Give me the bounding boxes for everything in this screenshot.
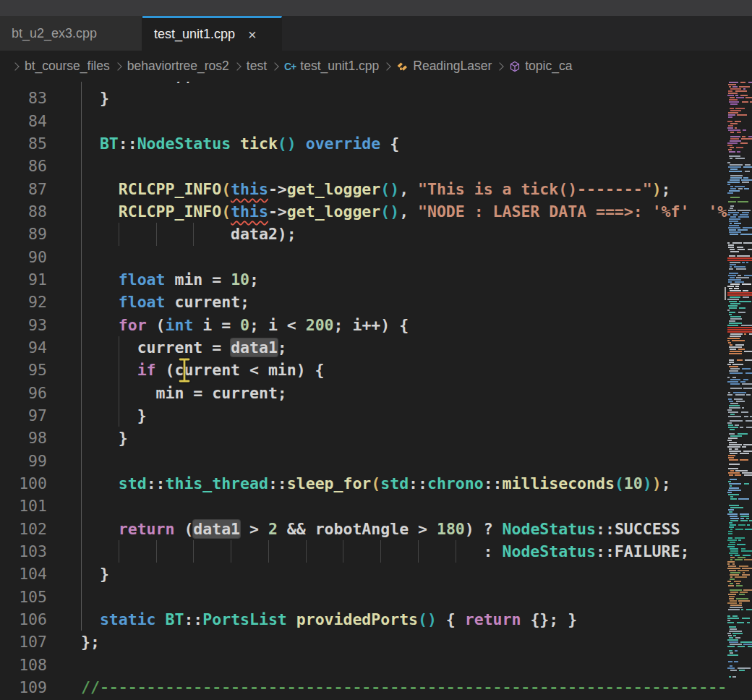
title-bar	[0, 0, 752, 16]
breadcrumb-item-test-unit1-cpp[interactable]: C+test_unit1.cpp	[284, 59, 379, 74]
chevron-right-icon	[114, 62, 121, 70]
line-number[interactable]: 92	[0, 291, 47, 313]
line-number[interactable]: 94	[0, 336, 47, 359]
code-line-105[interactable]: 105	[0, 586, 752, 608]
chevron-right-icon	[270, 62, 278, 70]
indent-guide	[81, 246, 82, 268]
code-line-87[interactable]: 87 RCLCPP_INFO(this->get_logger(), "This…	[0, 178, 752, 200]
code-line-90[interactable]: 90	[0, 246, 752, 268]
namespace-cube-icon	[509, 61, 521, 72]
code-line-98[interactable]: 98 }	[0, 427, 752, 449]
code-line-101[interactable]: 101	[0, 495, 752, 517]
code-line-104[interactable]: 104 }	[0, 563, 752, 585]
code-line-109[interactable]: 109//-----------------------------------…	[0, 676, 752, 699]
code-line-103[interactable]: 103 : NodeStatus::FAILURE;	[0, 540, 752, 563]
code-line-91[interactable]: 91 float min = 10;	[0, 268, 752, 291]
chevron-right-icon	[496, 62, 504, 70]
tab-bt_u2_ex3[interactable]: bt_u2_ex3.cpp	[0, 16, 142, 51]
code-area[interactable]: 82 "%f");83 }8485 BT::NodeStatus tick() …	[0, 64, 752, 699]
line-number[interactable]: 85	[0, 132, 47, 155]
code-line-99[interactable]: 99	[0, 450, 752, 472]
breadcrumb-item-behaviortree-ros2[interactable]: behaviortree_ros2	[127, 59, 229, 74]
code-line-93[interactable]: 93 for (int i = 0; i < 200; i++) {	[0, 314, 752, 336]
code-line-92[interactable]: 92 float current;	[0, 291, 752, 313]
code-line-108[interactable]: 108	[0, 654, 752, 676]
line-number[interactable]: 102	[0, 518, 47, 540]
breadcrumb-item-readinglaser[interactable]: ReadingLaser	[396, 59, 492, 74]
line-number[interactable]: 100	[0, 472, 47, 495]
line-number[interactable]: 103	[0, 540, 47, 563]
tab-test_unit1[interactable]: test_unit1.cpp ×	[142, 16, 282, 51]
code-line-89[interactable]: 89 data2);	[0, 223, 752, 245]
breadcrumb-item-topic-ca[interactable]: topic_ca	[509, 59, 572, 74]
line-number[interactable]: 84	[0, 110, 47, 132]
line-number[interactable]: 105	[0, 586, 47, 608]
code-line-85[interactable]: 85 BT::NodeStatus tick() override {	[0, 132, 752, 155]
cpp-file-icon: C+	[284, 61, 296, 72]
tab-label: bt_u2_ex3.cpp	[12, 26, 97, 41]
line-number[interactable]: 109	[0, 676, 47, 699]
editor[interactable]: 82 "%f");83 }8485 BT::NodeStatus tick() …	[0, 51, 752, 700]
line-number[interactable]: 91	[0, 268, 47, 291]
code-line-106[interactable]: 106 static BT::PortsList providedPorts()…	[0, 608, 752, 631]
line-number[interactable]: 93	[0, 314, 47, 336]
indent-guide	[81, 155, 82, 177]
line-number[interactable]: 101	[0, 495, 47, 517]
chevron-right-icon	[383, 62, 391, 70]
breadcrumb: bt_course_filesbehaviortree_ros2testC+te…	[0, 51, 752, 82]
breadcrumb-item-bt-course-files[interactable]: bt_course_files	[25, 59, 110, 74]
code-line-107[interactable]: 107};	[0, 631, 752, 653]
code-line-83[interactable]: 83 }	[0, 87, 752, 109]
breadcrumb-item-test[interactable]: test	[247, 59, 267, 74]
line-number[interactable]: 98	[0, 427, 47, 449]
code-line-100[interactable]: 100 std::this_thread::sleep_for(std::chr…	[0, 472, 752, 495]
line-number[interactable]: 104	[0, 563, 47, 585]
close-icon[interactable]: ×	[248, 27, 257, 42]
line-number[interactable]: 107	[0, 631, 47, 653]
line-number[interactable]: 95	[0, 359, 47, 381]
line-number[interactable]: 97	[0, 404, 47, 427]
code-line-94[interactable]: 94 current = data1;	[0, 336, 752, 359]
class-icon	[396, 60, 409, 72]
indent-guide	[81, 586, 82, 608]
code-line-84[interactable]: 84	[0, 110, 752, 132]
line-number[interactable]: 99	[0, 450, 47, 472]
text-cursor-icon	[177, 357, 192, 384]
indent-guide	[81, 450, 82, 472]
chevron-right-icon	[233, 62, 241, 70]
tab-label: test_unit1.cpp	[154, 27, 235, 42]
code-line-95[interactable]: 95 if (current < min) {	[0, 359, 752, 381]
code-line-97[interactable]: 97 }	[0, 404, 752, 427]
indent-guide	[81, 495, 82, 517]
code-line-88[interactable]: 88 RCLCPP_INFO(this->get_logger(), "NODE…	[0, 200, 752, 223]
line-number[interactable]: 90	[0, 246, 47, 268]
indent-guide	[81, 110, 82, 132]
minimap-handle[interactable]	[725, 287, 726, 300]
line-number[interactable]: 108	[0, 654, 47, 676]
line-number[interactable]: 86	[0, 155, 47, 177]
line-number[interactable]: 87	[0, 178, 47, 200]
line-number[interactable]: 106	[0, 608, 47, 631]
tab-bar: bt_u2_ex3.cpp test_unit1.cpp ×	[0, 16, 752, 51]
line-number[interactable]: 89	[0, 223, 47, 245]
chevron-right-icon[interactable]	[11, 62, 19, 70]
line-number[interactable]: 88	[0, 200, 47, 223]
code-line-102[interactable]: 102 return (data1 > 2 && robotAngle > 18…	[0, 518, 752, 540]
minimap[interactable]	[727, 82, 752, 700]
line-number[interactable]: 83	[0, 87, 47, 109]
line-number[interactable]: 96	[0, 382, 47, 404]
code-line-86[interactable]: 86	[0, 155, 752, 177]
code-line-96[interactable]: 96 min = current;	[0, 382, 752, 404]
